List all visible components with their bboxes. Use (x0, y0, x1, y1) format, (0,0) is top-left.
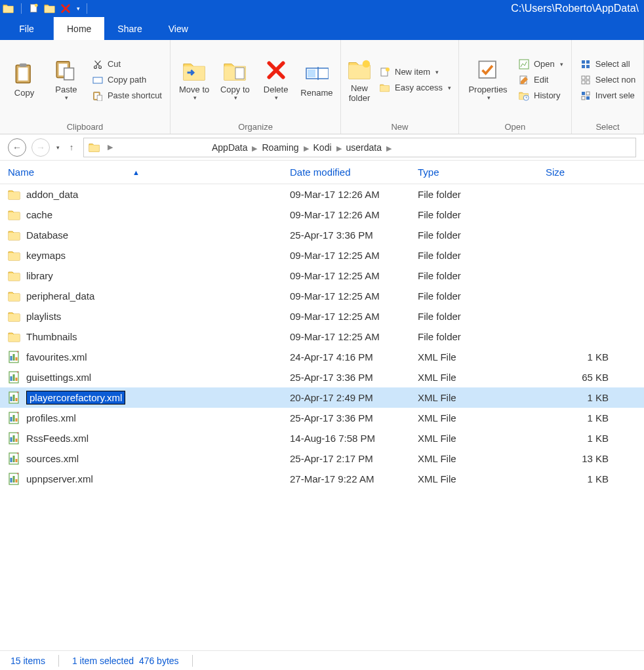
ribbon-tabs: File Home Share View (0, 17, 644, 40)
file-type: File folder (410, 189, 538, 200)
cut-button[interactable]: Cut (89, 57, 165, 71)
file-row[interactable]: RssFeeds.xml14-Aug-16 7:58 PMXML File1 K… (0, 428, 644, 448)
file-type: File folder (410, 331, 538, 342)
paste-button[interactable]: Paste ▾ (47, 56, 85, 104)
chevron-right-icon[interactable]: ▶ (249, 144, 260, 152)
chevron-right-icon[interactable]: ▶ (301, 144, 312, 152)
qat-newfile-icon[interactable] (28, 3, 40, 14)
folder-icon (8, 290, 21, 303)
select-all-button[interactable]: Select all (577, 57, 638, 71)
tab-share[interactable]: Share (104, 17, 155, 40)
svg-rect-30 (582, 76, 585, 79)
ribbon-group-organize: Move to▾ Copy to▾ Delete▾ Rename Organiz… (171, 40, 341, 134)
file-row[interactable]: playlists09-Mar-17 12:25 AMFile folder (0, 306, 644, 326)
up-button[interactable]: ↑ (65, 141, 78, 154)
svg-rect-31 (586, 76, 590, 79)
file-date: 25-Apr-17 3:36 PM (282, 412, 410, 424)
chevron-right-icon[interactable]: ▶ (105, 143, 115, 151)
column-header-name[interactable]: Name▲ (0, 161, 282, 184)
file-row[interactable]: Thumbnails09-Mar-17 12:25 AMFile folder (0, 326, 644, 347)
breadcrumb-userdata[interactable]: userdata (344, 142, 384, 153)
file-row[interactable]: sources.xml25-Apr-17 2:17 PMXML File13 K… (0, 448, 644, 469)
open-icon (518, 58, 530, 70)
file-type: XML File (410, 433, 538, 444)
file-name: sources.xml (26, 453, 79, 464)
history-button[interactable]: History (515, 89, 566, 103)
properties-icon (476, 58, 500, 82)
file-name: favourites.xml (26, 351, 87, 363)
new-folder-button[interactable]: New folder (346, 54, 372, 106)
file-row[interactable]: profiles.xml25-Apr-17 3:36 PMXML File1 K… (0, 408, 644, 428)
qat-folder-icon[interactable] (3, 3, 14, 14)
edit-button[interactable]: Edit (515, 73, 566, 87)
status-selected: 1 item selected 476 bytes (72, 656, 179, 666)
file-type: File folder (410, 290, 538, 302)
qat-folder2-icon[interactable] (44, 3, 56, 14)
easy-access-button[interactable]: Easy access▾ (376, 81, 454, 95)
new-folder-icon (348, 57, 371, 81)
select-none-button[interactable]: Select non (577, 73, 638, 87)
file-row[interactable]: addon_data09-Mar-17 12:26 AMFile folder (0, 184, 644, 205)
breadcrumb-roaming[interactable]: Roaming (260, 142, 300, 153)
chevron-right-icon[interactable]: ▶ (384, 144, 394, 152)
ribbon-group-open: Properties▾ Open▾ Edit History Open (459, 40, 572, 134)
folder-icon (8, 208, 21, 222)
qat-delete-icon[interactable] (60, 3, 71, 14)
new-item-button[interactable]: New item▾ (376, 65, 454, 79)
tab-file[interactable]: File (0, 17, 54, 40)
svg-rect-37 (586, 96, 590, 100)
properties-button[interactable]: Properties▾ (464, 56, 512, 104)
file-row[interactable]: guisettings.xml25-Apr-17 3:36 PMXML File… (0, 367, 644, 387)
file-name: profiles.xml (26, 412, 76, 424)
file-list[interactable]: addon_data09-Mar-17 12:26 AMFile folderc… (0, 184, 644, 489)
open-button[interactable]: Open▾ (515, 57, 566, 71)
invert-selection-button[interactable]: Invert sele (577, 89, 638, 103)
file-row[interactable]: playercorefactory.xml20-Apr-17 2:49 PMXM… (0, 387, 644, 408)
copy-to-button[interactable]: Copy to▾ (216, 56, 253, 104)
copy-button[interactable]: Copy (5, 59, 43, 100)
breadcrumb-appdata[interactable]: AppData (210, 142, 249, 153)
column-header-date[interactable]: Date modified (282, 161, 410, 184)
file-date: 24-Apr-17 4:16 PM (282, 351, 410, 363)
file-row[interactable]: favourites.xml24-Apr-17 4:16 PMXML File1… (0, 347, 644, 367)
file-row[interactable]: cache09-Mar-17 12:26 AMFile folder (0, 205, 644, 225)
file-row[interactable]: peripheral_data09-Mar-17 12:25 AMFile fo… (0, 286, 644, 306)
delete-button[interactable]: Delete▾ (258, 56, 294, 104)
file-row[interactable]: library09-Mar-17 12:25 AMFile folder (0, 266, 644, 286)
svg-rect-32 (582, 81, 585, 84)
title-bar: ▾ C:\Users\Roberto\AppData\ (0, 0, 644, 17)
tab-view[interactable]: View (155, 17, 201, 40)
scissors-icon (92, 58, 104, 70)
back-button[interactable]: ← (8, 138, 26, 157)
history-dropdown-icon[interactable]: ▾ (56, 144, 60, 151)
xml-file-icon (8, 351, 21, 364)
svg-rect-22 (308, 69, 315, 77)
window-title-path: C:\Users\Roberto\AppData\ (90, 3, 641, 14)
svg-rect-36 (582, 96, 585, 100)
rename-button[interactable]: Rename (298, 59, 335, 100)
delete-label: Delete (264, 85, 289, 94)
file-size: 1 KB (538, 433, 616, 444)
edit-icon (518, 74, 530, 86)
address-bar[interactable]: ▶ AppData▶Roaming▶Kodi▶userdata▶ (83, 138, 636, 157)
qat-dropdown-icon[interactable]: ▾ (77, 5, 80, 12)
file-row[interactable]: keymaps09-Mar-17 12:25 AMFile folder (0, 245, 644, 266)
invert-icon (580, 90, 592, 102)
paste-shortcut-button[interactable]: Paste shortcut (89, 89, 165, 103)
forward-button[interactable]: → (31, 138, 50, 157)
history-icon (518, 90, 530, 102)
chevron-right-icon[interactable]: ▶ (334, 144, 344, 152)
tab-home[interactable]: Home (54, 17, 104, 40)
file-name: addon_data (26, 189, 78, 200)
file-row[interactable]: Database25-Apr-17 3:36 PMFile folder (0, 225, 644, 245)
sort-asc-icon: ▲ (132, 168, 140, 176)
file-row[interactable]: upnpserver.xml27-Mar-17 9:22 AMXML File1… (0, 469, 644, 489)
column-header-type[interactable]: Type (410, 161, 538, 184)
column-header-size[interactable]: Size (538, 161, 616, 184)
breadcrumb-kodi[interactable]: Kodi (312, 142, 334, 153)
move-to-icon (182, 58, 206, 82)
svg-rect-33 (586, 81, 590, 84)
rename-input[interactable]: playercorefactory.xml (26, 391, 125, 404)
move-to-button[interactable]: Move to▾ (176, 56, 212, 104)
copy-path-button[interactable]: Copy path (89, 73, 165, 87)
